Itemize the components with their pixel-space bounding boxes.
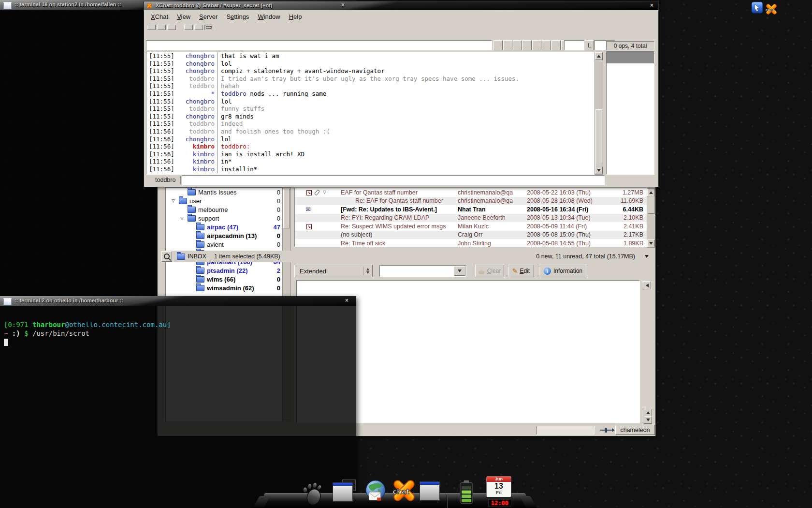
folder-row[interactable]: ▽ airpac (47) 47 (166, 223, 283, 231)
message-row[interactable]: ↘ ✉ ▽ (no subject) Craig Orr 2008-05-08 … (295, 231, 647, 239)
folder-row[interactable]: ▽ user 0 (166, 196, 283, 205)
folder-row[interactable]: ▽ airpacadmin (13) 0 (166, 231, 283, 240)
scrollbar-thumb[interactable] (648, 196, 654, 214)
menu-item[interactable]: XChat (146, 12, 173, 22)
folder-expander-icon[interactable]: ▽ (172, 198, 179, 203)
search-input[interactable] (379, 265, 466, 277)
timestamp: [11:55] (146, 52, 177, 60)
mode-button[interactable] (542, 40, 551, 50)
message-row[interactable]: ↘ ✉ ▽ Re: Suspect WIMS updated error msg… (295, 222, 647, 231)
next-message-button[interactable] (644, 416, 652, 424)
message-row[interactable]: ↘ ✉ ▽ [Fwd: Re: Updates to IBS-Avient.] … (295, 205, 647, 214)
edit-button[interactable]: ✎ Edit (508, 265, 534, 277)
message-row[interactable]: ↘ ✉ ▽ Re: Time off sick John Stirling 20… (295, 239, 647, 247)
chat-message: [11:55] * toddbro nods ... running same (146, 90, 594, 98)
xchat-logo-text: chat (766, 8, 775, 12)
mode-button[interactable] (493, 40, 503, 50)
close-icon[interactable]: × (345, 297, 348, 304)
menu-item[interactable]: Settings (222, 12, 253, 22)
channel-tab[interactable] (167, 25, 176, 30)
chat-message: [11:56] toddbro and foolish ones too tho… (146, 128, 594, 135)
information-label: Information (553, 268, 582, 274)
window-launcher-icon[interactable] (419, 479, 442, 502)
folder-icon (196, 285, 204, 291)
chat-scrollbar[interactable] (594, 52, 603, 175)
mail-globe-icon[interactable] (363, 479, 388, 504)
scroll-down-button[interactable] (647, 239, 655, 247)
folder-row[interactable]: ▽ Mantis Issues 0 (166, 188, 283, 196)
hide-pane-button[interactable] (643, 281, 651, 289)
calendar-applet[interactable]: Jun 13 Fri (486, 476, 511, 497)
channel-tab[interactable] (147, 25, 156, 30)
channel-tab[interactable] (204, 25, 213, 30)
terminal-body[interactable]: [0:971 tharbour@othello.contecint.com.au… (0, 306, 356, 508)
user-list-item[interactable] (607, 75, 654, 87)
prev-message-button[interactable] (644, 409, 652, 417)
menu-item[interactable]: Help (285, 12, 306, 22)
xchat-tray-icon[interactable]: chat (764, 2, 779, 16)
message-row[interactable]: ↘ ✉ ▽ Re: EAF for Qantas staff number ch… (295, 197, 647, 206)
battery-icon[interactable] (458, 480, 475, 504)
message-row[interactable]: ↘ ✉ ▽ Re: FYI: Regarding CRAM LDAP Janee… (295, 214, 647, 223)
close-icon[interactable]: × (650, 2, 653, 9)
message-row[interactable]: ↘ ✉ ▽ EAF for Qantas staff number christ… (295, 188, 647, 197)
gnome-foot-icon[interactable] (300, 481, 326, 507)
menu-item[interactable]: Window (253, 12, 284, 22)
user-list-item[interactable] (607, 52, 654, 63)
front-window-icon (420, 481, 440, 501)
scrollbar-thumb[interactable] (283, 189, 290, 228)
search-dropdown-button[interactable] (454, 266, 465, 276)
message-from: Janeene Beeforth (458, 214, 527, 221)
folder-row[interactable]: ▽ wims (66) 0 (166, 275, 283, 284)
mode-button[interactable] (532, 40, 541, 50)
folder-row[interactable]: ▽ support 0 (166, 214, 283, 223)
chat-message: [11:55] toddbro hahah (146, 82, 594, 90)
menu-item[interactable]: View (173, 12, 195, 22)
terminal-titlebar[interactable]: :: terminal 2 on othello in /home/tharbo… (0, 296, 356, 306)
background-terminal-close-icon[interactable]: × (341, 1, 345, 8)
attachment-icon (314, 189, 320, 195)
window-launcher-icon[interactable] (333, 479, 356, 502)
mode-button[interactable] (551, 40, 561, 50)
clear-button[interactable]: Clear (475, 265, 504, 277)
statusbar-menu-icon[interactable] (645, 255, 649, 258)
scroll-down-button[interactable] (595, 166, 603, 174)
nick-button[interactable]: toddbro (145, 176, 181, 184)
user-list-item[interactable] (607, 63, 654, 75)
chat-message: [11:55] toddbro indeed (146, 120, 594, 128)
folder-row[interactable]: ▽ wimsadmin (62) 0 (166, 284, 283, 292)
mode-button[interactable] (522, 40, 532, 50)
slider-icon[interactable] (600, 430, 612, 431)
scroll-up-button[interactable] (595, 52, 603, 60)
chevron-down-icon (646, 418, 650, 421)
folder-row[interactable]: ▽ melbourne 0 (166, 205, 283, 214)
folder-row[interactable]: ▽ ptsadmin (22) 2 (166, 266, 283, 275)
chat-message: [11:56] kimbro ian is install arch! XD (146, 150, 594, 158)
chameleon-applet[interactable]: chameleon (615, 425, 655, 435)
information-button[interactable]: Information (539, 265, 587, 277)
mode-button[interactable] (513, 40, 522, 50)
search-toggle-button[interactable] (161, 251, 172, 262)
xchat-titlebar[interactable]: XChat: toddbro @ Stabat / #super_secret … (144, 1, 658, 10)
message-list-scrollbar[interactable] (647, 188, 655, 248)
chat-message: [11:56] kimbro in* (146, 158, 594, 165)
remote-viewer-tray-icon[interactable] (751, 1, 763, 14)
xchat-launcher-icon[interactable]: chat (389, 476, 420, 505)
chat-input[interactable] (182, 175, 605, 185)
folder-row[interactable]: ▽ avient 0 (166, 240, 283, 249)
menu-item[interactable]: Server (195, 12, 222, 22)
mode-button[interactable] (503, 40, 512, 50)
scrollbar-thumb[interactable] (595, 109, 602, 166)
timestamp: [11:55] (146, 67, 177, 75)
user-list-item[interactable] (607, 87, 654, 98)
channel-tab[interactable] (157, 25, 166, 30)
channel-tab[interactable] (184, 25, 193, 30)
limit-button[interactable]: L (585, 40, 594, 50)
scroll-up-button[interactable] (647, 189, 655, 196)
folder-expander-icon[interactable]: ▽ (180, 216, 188, 221)
key-input[interactable] (564, 40, 584, 50)
channel-tab[interactable] (194, 25, 203, 30)
thread-expander-icon[interactable]: ▽ (323, 190, 326, 194)
search-mode-combo[interactable]: Extended (294, 265, 373, 277)
topic-input[interactable] (146, 40, 492, 50)
